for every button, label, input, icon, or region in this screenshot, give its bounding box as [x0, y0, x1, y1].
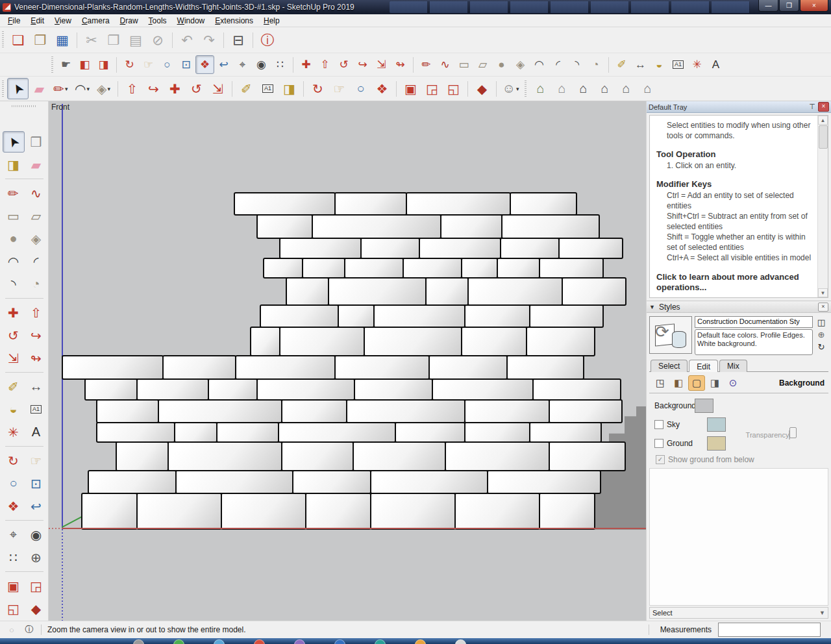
- windows-taskbar[interactable]: [0, 638, 831, 644]
- plank[interactable]: [281, 399, 347, 423]
- push-pull-icon[interactable]: ⇧: [316, 55, 334, 74]
- dimension-icon[interactable]: ↔: [25, 376, 47, 397]
- paint-bucket-icon[interactable]: ◨: [3, 154, 25, 175]
- axes-icon[interactable]: ✳: [688, 55, 706, 74]
- line-icon[interactable]: ✏: [3, 182, 25, 204]
- create-style-icon[interactable]: ⊕: [815, 328, 828, 341]
- plank[interactable]: [281, 441, 354, 471]
- plank[interactable]: [419, 238, 501, 259]
- advanced-operations-link[interactable]: Click to learn about more advanced opera…: [656, 272, 815, 293]
- tab-edit[interactable]: Edit: [689, 360, 718, 372]
- scale-icon[interactable]: ⇲: [3, 347, 25, 369]
- move-icon[interactable]: ✚: [297, 55, 316, 74]
- axes-icon[interactable]: ✳: [3, 421, 25, 443]
- background-color-swatch[interactable]: [695, 399, 713, 413]
- rectangle-icon[interactable]: ▭: [454, 55, 473, 74]
- taskbar-icon[interactable]: [173, 639, 184, 644]
- pin-icon[interactable]: ⊤: [808, 103, 817, 111]
- undo-icon[interactable]: ↶: [176, 29, 198, 51]
- freehand-icon[interactable]: ∿: [436, 55, 454, 74]
- scale-icon[interactable]: ⇲: [372, 55, 391, 74]
- geolocation-icon[interactable]: ○: [6, 624, 18, 636]
- polygon-icon[interactable]: ◈▾: [93, 78, 114, 99]
- save-file-icon[interactable]: ▦: [51, 29, 73, 51]
- menu-item[interactable]: Edit: [25, 15, 49, 27]
- polygon-icon[interactable]: ◈: [25, 228, 47, 249]
- line-icon[interactable]: ✏: [417, 55, 436, 74]
- style-name-field[interactable]: Construction Documentation Sty: [695, 316, 813, 328]
- layout-icon[interactable]: ◱: [3, 598, 25, 619]
- cut-icon[interactable]: ✂: [81, 29, 103, 51]
- plank[interactable]: [167, 441, 282, 471]
- taskbar-icon[interactable]: [214, 639, 225, 644]
- eraser-icon[interactable]: ▰: [29, 78, 50, 99]
- polygon-icon[interactable]: ◈: [511, 55, 530, 74]
- menu-item[interactable]: File: [3, 15, 25, 27]
- background-settings-icon[interactable]: ▢: [688, 375, 705, 391]
- rotate-icon[interactable]: ↺: [334, 55, 353, 74]
- face-settings-icon[interactable]: ◧: [670, 375, 687, 391]
- plank[interactable]: [406, 192, 511, 216]
- menu-item[interactable]: View: [49, 15, 77, 27]
- plank[interactable]: [235, 355, 336, 380]
- model-viewport[interactable]: Front: [49, 101, 646, 621]
- plank[interactable]: [96, 399, 159, 423]
- dimension-icon[interactable]: ↔: [631, 55, 650, 74]
- plank[interactable]: [549, 441, 626, 471]
- plank[interactable]: [116, 441, 169, 471]
- arc-icon[interactable]: ◠: [3, 251, 25, 272]
- update-style-icon[interactable]: ↻: [815, 341, 828, 353]
- plank[interactable]: [221, 493, 306, 530]
- tape-measure-icon[interactable]: ✐: [3, 376, 25, 397]
- plank[interactable]: [354, 378, 433, 401]
- plank[interactable]: [234, 192, 336, 216]
- plank[interactable]: [539, 258, 604, 279]
- push-pull-icon[interactable]: ⇧: [121, 78, 143, 99]
- plank[interactable]: [501, 214, 600, 239]
- plank[interactable]: [510, 192, 577, 216]
- extension-warehouse-icon[interactable]: ◲: [25, 575, 47, 597]
- circle-icon[interactable]: ●: [492, 55, 511, 74]
- plank[interactable]: [250, 327, 280, 356]
- plank[interactable]: [461, 258, 498, 279]
- paint-bucket-icon[interactable]: ◨: [279, 78, 300, 99]
- orbit-icon[interactable]: ↻: [307, 78, 329, 99]
- close-button[interactable]: ×: [800, 0, 828, 12]
- menu-item[interactable]: Help: [258, 15, 285, 27]
- position-camera-icon[interactable]: ⌖: [233, 55, 252, 74]
- taskbar-icon[interactable]: [294, 639, 305, 644]
- plank[interactable]: [286, 277, 329, 306]
- plank[interactable]: [136, 493, 222, 530]
- restore-button[interactable]: ❐: [779, 0, 799, 12]
- right-view-icon[interactable]: ⌂: [594, 78, 615, 99]
- move-icon[interactable]: ✚: [3, 302, 25, 323]
- select-icon[interactable]: ➤: [7, 78, 29, 99]
- plank[interactable]: [263, 258, 303, 279]
- plank[interactable]: [464, 304, 530, 328]
- zoom-extents-icon[interactable]: ❖: [3, 495, 25, 517]
- plank[interactable]: [338, 304, 375, 328]
- walk-icon[interactable]: ∷: [271, 55, 290, 74]
- plank[interactable]: [425, 277, 469, 306]
- plank[interactable]: [370, 493, 456, 530]
- push-pull-icon[interactable]: ⇧: [25, 302, 47, 323]
- taskbar-icon[interactable]: [455, 639, 466, 644]
- select-icon[interactable]: ➤: [3, 131, 25, 153]
- plank[interactable]: [529, 422, 602, 443]
- paste-icon[interactable]: ▤: [125, 29, 147, 51]
- show-ground-from-below-checkbox[interactable]: [656, 455, 665, 464]
- pie-icon[interactable]: ◔: [586, 55, 605, 74]
- make-component-icon[interactable]: ❒: [25, 131, 47, 153]
- zoom-icon[interactable]: ○: [3, 473, 25, 494]
- plank[interactable]: [549, 399, 623, 423]
- style-description-field[interactable]: Default face colors. Profile Edges. Whit…: [695, 329, 813, 355]
- menu-item[interactable]: Window: [172, 15, 210, 27]
- plank[interactable]: [364, 327, 462, 356]
- plank[interactable]: [216, 422, 279, 443]
- plank[interactable]: [88, 470, 177, 494]
- menu-item[interactable]: Draw: [115, 15, 143, 27]
- plank[interactable]: [440, 214, 502, 239]
- rotate-icon[interactable]: ↺: [3, 325, 25, 346]
- plank[interactable]: [432, 378, 534, 401]
- plank[interactable]: [360, 238, 420, 259]
